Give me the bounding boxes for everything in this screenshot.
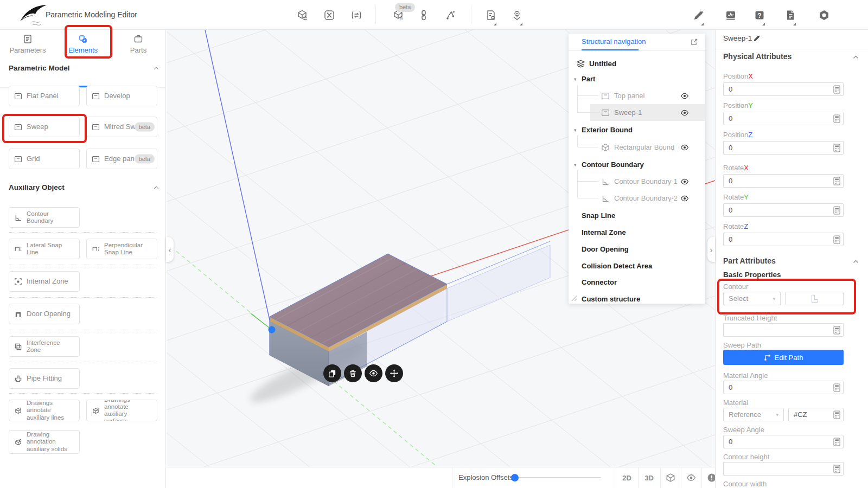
part-attributes-header[interactable]: Part Attributes <box>723 256 776 265</box>
material-angle-field[interactable] <box>723 381 844 394</box>
tree-category-snap-line[interactable]: Snap Line <box>569 207 705 224</box>
document-export-button[interactable] <box>485 9 497 21</box>
tree-node-contour-boundary-2[interactable]: Contour Boundary-2 <box>569 190 705 207</box>
model-library-button[interactable] <box>296 9 308 21</box>
edit-mode-button[interactable] <box>692 9 704 21</box>
calculator-icon[interactable] <box>833 326 840 335</box>
visibility-eye-icon[interactable] <box>680 92 689 100</box>
calculator-icon[interactable] <box>833 438 840 446</box>
tree-category-contour-boundary[interactable]: ▾ Contour Boundary <box>569 156 705 173</box>
origin-point[interactable] <box>269 326 276 333</box>
position-z-field[interactable] <box>723 141 844 155</box>
calculator-icon[interactable] <box>833 383 840 392</box>
explosion-offsets-slider-knob[interactable] <box>511 474 519 481</box>
help-button[interactable] <box>754 9 765 21</box>
calculator-icon[interactable] <box>833 144 840 152</box>
visibility-eye-icon[interactable] <box>680 143 689 152</box>
calculator-icon[interactable] <box>833 410 840 419</box>
element-button-contour-boundary[interactable]: Contour Boundary <box>9 207 80 228</box>
visibility-object-button[interactable] <box>365 364 382 382</box>
calculator-icon[interactable] <box>833 465 840 473</box>
node-graph-button[interactable] <box>444 9 456 21</box>
view-3d-button[interactable]: 3D <box>638 467 660 488</box>
element-button-mitred-sweep[interactable]: Mitred Swee beta <box>86 117 157 137</box>
caret-down-icon[interactable]: ▾ <box>574 162 577 168</box>
tab-elements[interactable]: Elements <box>55 34 111 59</box>
pin-layers-button[interactable] <box>511 9 523 21</box>
element-button-door-opening[interactable]: Door Opening <box>9 304 80 324</box>
physical-attributes-header[interactable]: Physical Attributes <box>723 52 792 61</box>
element-button-perpendicular-snap-line[interactable]: Perpendicular Snap Line <box>86 239 157 259</box>
tree-category-connector[interactable]: Connector <box>569 274 705 291</box>
element-button-grid[interactable]: Grid <box>9 149 80 169</box>
calculator-icon[interactable] <box>833 85 840 94</box>
cube-view-icon[interactable] <box>666 473 675 483</box>
swap-button[interactable] <box>350 9 362 21</box>
chevron-up-icon[interactable] <box>153 65 159 72</box>
element-button-drawings-annotate-surfaces[interactable]: Drawings annotate auxiliary surfaces <box>86 400 157 421</box>
element-button-edge-panel[interactable]: Edge panel beta <box>86 149 157 169</box>
element-button-drawing-annotation-solids[interactable]: Drawing annotation auxiliary solids <box>9 430 80 454</box>
rotate-z-field[interactable] <box>723 233 844 246</box>
tree-node-rectangular-bound[interactable]: Rectangular Bound <box>569 139 705 156</box>
rotate-y-field[interactable] <box>723 203 844 217</box>
warning-icon[interactable] <box>707 473 715 483</box>
constraint-button[interactable] <box>323 9 335 21</box>
element-button-pipe-fitting[interactable]: Pipe Fitting <box>9 368 80 389</box>
calculator-icon[interactable] <box>833 114 840 123</box>
position-x-field[interactable] <box>723 82 844 96</box>
contour-preview-box[interactable] <box>785 292 844 305</box>
tab-parameters[interactable]: Parameters <box>0 34 55 59</box>
sidebar-collapse-handle[interactable]: ‹ <box>166 237 174 262</box>
visibility-eye-icon[interactable] <box>680 194 689 203</box>
eye-icon[interactable] <box>686 473 696 483</box>
element-button-develop[interactable]: Develop <box>86 86 157 106</box>
inspector-collapse-handle[interactable]: › <box>707 237 715 262</box>
delete-object-button[interactable] <box>344 364 362 382</box>
structural-navigation-tab[interactable]: Structural navigation <box>582 37 646 46</box>
calculator-icon[interactable] <box>833 235 840 244</box>
material-code-field[interactable] <box>788 408 844 421</box>
tab-parts[interactable]: Parts <box>111 34 166 59</box>
chevron-up-icon[interactable] <box>852 54 859 61</box>
chevron-up-icon[interactable] <box>153 184 159 191</box>
element-button-internal-zone[interactable]: Internal Zone <box>9 271 80 292</box>
tree-category-door-opening[interactable]: Door Opening <box>569 241 705 258</box>
panel-resize-grip[interactable] <box>571 295 577 301</box>
move-object-button[interactable] <box>385 364 403 382</box>
element-button-interference-zone[interactable]: Interference Zone <box>9 336 80 357</box>
material-mode-dropdown[interactable]: Reference▾ <box>723 408 784 421</box>
tree-node-sweep-1[interactable]: Sweep-1 <box>569 104 705 121</box>
position-y-field[interactable] <box>723 112 844 125</box>
contour-select-dropdown[interactable]: Select▾ <box>723 292 781 305</box>
caret-down-icon[interactable]: ▾ <box>574 127 577 133</box>
tree-category-internal-zone[interactable]: Internal Zone <box>569 224 705 241</box>
visibility-eye-icon[interactable] <box>680 108 689 117</box>
edit-path-button[interactable]: Edit Path <box>723 350 844 365</box>
rotate-x-field[interactable] <box>723 174 844 188</box>
element-button-drawings-annotate-lines[interactable]: Drawings annotate auxiliary lines <box>9 400 80 421</box>
element-button-lateral-snap-line[interactable]: Lateral Snap Line <box>9 239 80 259</box>
element-button-sweep[interactable]: Sweep <box>9 117 80 137</box>
visibility-eye-icon[interactable] <box>680 177 689 186</box>
chevron-up-icon[interactable] <box>852 258 859 265</box>
expand-panel-icon[interactable] <box>690 38 698 46</box>
explosion-offsets-slider-track[interactable] <box>514 477 601 478</box>
rename-pencil-icon[interactable] <box>752 34 761 42</box>
tree-node-top-panel[interactable]: Top panel <box>569 87 705 104</box>
copy-object-button[interactable] <box>323 364 341 382</box>
view-2d-button[interactable]: 2D <box>616 467 638 488</box>
caret-down-icon[interactable]: ▾ <box>574 76 577 82</box>
settings-button[interactable] <box>818 9 830 21</box>
element-button-flat-panel[interactable]: Flat Panel <box>9 86 80 106</box>
tree-category-custom-structure[interactable]: Custom structure <box>569 291 705 304</box>
sweep-angle-field[interactable] <box>723 435 844 448</box>
tree-category-collision-detect-area[interactable]: Collision Detect Area <box>569 258 705 274</box>
document-button[interactable] <box>784 9 796 21</box>
calculator-icon[interactable] <box>833 177 840 185</box>
contour-height-field[interactable] <box>723 462 844 476</box>
tree-category-part[interactable]: ▾ Part <box>569 70 705 87</box>
calculator-icon[interactable] <box>833 206 840 215</box>
activity-monitor-button[interactable] <box>725 9 737 21</box>
tree-node-contour-boundary-1[interactable]: Contour Boundary-1 <box>569 173 705 190</box>
